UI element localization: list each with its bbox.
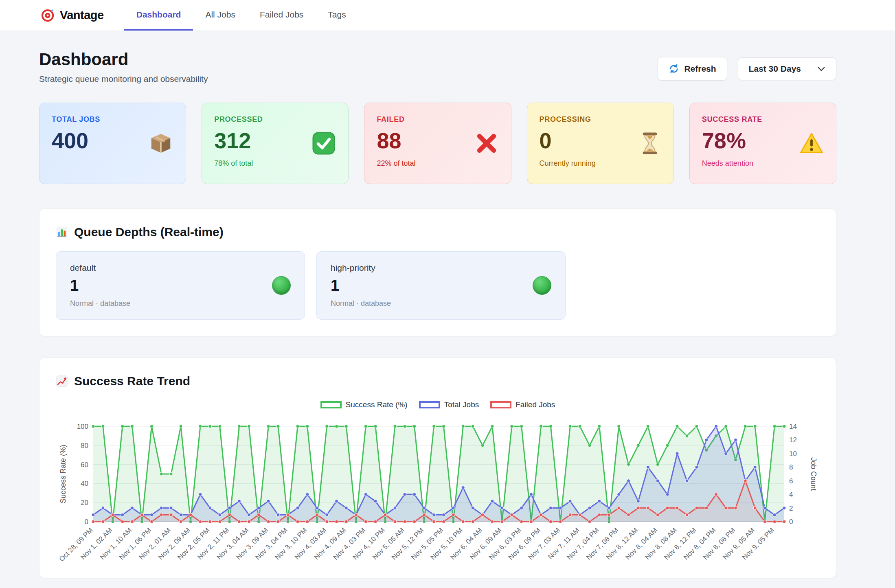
svg-text:10: 10 (789, 450, 797, 458)
date-range-value: Last 30 Days (749, 64, 801, 74)
status-dot-green (533, 276, 551, 295)
tab-label: Failed Jobs (260, 10, 303, 20)
trend-chart-icon (56, 375, 68, 387)
svg-text:14: 14 (789, 423, 797, 430)
queue-list: default 1 Normal · database high-priorit… (56, 251, 820, 320)
main-content: Dashboard Strategic queue monitoring and… (0, 31, 895, 578)
page-header-text: Dashboard Strategic queue monitoring and… (39, 50, 208, 84)
top-nav: Vantage Dashboard All Jobs Failed Jobs T… (0, 0, 895, 31)
stat-card-success-rate: SUCCESS RATE 78% Needs attention (689, 103, 836, 184)
legend-item[interactable]: Success Rate (%) (320, 400, 408, 409)
page-title: Dashboard (39, 50, 208, 69)
page-header: Dashboard Strategic queue monitoring and… (39, 50, 836, 84)
stat-label: TOTAL JOBS (52, 115, 173, 124)
header-controls: Refresh Last 30 Days (658, 57, 836, 81)
legend-item[interactable]: Total Jobs (419, 400, 479, 409)
success-rate-trend-card: Success Rate Trend Success Rate (%)Total… (39, 358, 836, 578)
legend-swatch (320, 401, 342, 408)
check-icon (311, 131, 336, 156)
svg-text:Success Rate (%): Success Rate (%) (59, 445, 67, 503)
brand[interactable]: Vantage (41, 0, 104, 31)
stat-label: PROCESSING (540, 115, 661, 124)
tab-failed-jobs[interactable]: Failed Jobs (248, 0, 316, 31)
queue-item-high-priority[interactable]: high-priority 1 Normal · database (316, 251, 566, 320)
chevron-down-icon (817, 66, 825, 72)
cross-icon (474, 131, 499, 156)
svg-text:2: 2 (789, 505, 793, 512)
tab-label: Dashboard (136, 10, 181, 20)
svg-text:60: 60 (81, 461, 88, 469)
refresh-label: Refresh (684, 64, 716, 74)
stat-label: FAILED (377, 115, 498, 124)
tab-all-jobs[interactable]: All Jobs (193, 0, 248, 31)
stat-card-processed: PROCESSED 312 78% of total (202, 103, 349, 184)
legend-swatch (419, 401, 440, 408)
svg-text:100: 100 (77, 423, 88, 430)
queue-name: default (70, 263, 130, 273)
svg-text:0: 0 (789, 518, 793, 526)
stat-label: PROCESSED (214, 115, 336, 124)
queue-info: default 1 Normal · database (70, 263, 130, 308)
queue-depths-title: Queue Depths (Real-time) (56, 225, 820, 239)
refresh-icon (669, 64, 679, 74)
tab-tags[interactable]: Tags (316, 0, 358, 31)
tab-label: Tags (328, 10, 346, 20)
date-range-select[interactable]: Last 30 Days (738, 57, 836, 80)
legend-label: Failed Jobs (516, 400, 555, 409)
svg-text:20: 20 (81, 499, 88, 507)
queue-depth: 1 (70, 277, 130, 294)
svg-text:6: 6 (789, 477, 793, 485)
chart-legend: Success Rate (%)Total JobsFailed Jobs (56, 400, 820, 409)
svg-text:Oct 28, 09 PM: Oct 28, 09 PM (58, 526, 94, 563)
bar-chart-icon (56, 226, 68, 238)
stat-card-processing: PROCESSING 0 Currently running (527, 103, 674, 184)
stat-cards: TOTAL JOBS 400 PROCESSED 312 78% of tota… (39, 103, 836, 184)
trend-chart[interactable]: 02040608010002468101214Oct 28, 09 PMNov … (56, 410, 820, 578)
stat-sub: Needs attention (702, 159, 824, 168)
svg-text:8: 8 (789, 463, 793, 471)
queue-item-default[interactable]: default 1 Normal · database (56, 251, 305, 320)
chart-title: Success Rate Trend (56, 374, 820, 388)
hourglass-icon (638, 131, 661, 156)
stat-label: SUCCESS RATE (702, 115, 824, 124)
stat-card-failed: FAILED 88 22% of total (364, 103, 511, 184)
legend-label: Success Rate (%) (346, 400, 408, 409)
tab-dashboard[interactable]: Dashboard (124, 0, 193, 31)
brand-name: Vantage (60, 9, 104, 22)
target-logo-icon (41, 9, 55, 22)
stat-card-total-jobs: TOTAL JOBS 400 (39, 103, 186, 184)
svg-text:Job Count: Job Count (809, 457, 818, 491)
page-subtitle: Strategic queue monitoring and observabi… (39, 74, 208, 84)
queue-depths-card: Queue Depths (Real-time) default 1 Norma… (39, 208, 836, 336)
svg-text:12: 12 (789, 436, 797, 444)
section-title-text: Success Rate Trend (74, 374, 190, 388)
package-icon (148, 131, 173, 156)
queue-status: Normal · database (331, 299, 391, 308)
legend-swatch (490, 401, 511, 408)
svg-text:0: 0 (85, 518, 88, 526)
legend-item[interactable]: Failed Jobs (490, 400, 555, 409)
queue-name: high-priority (331, 263, 391, 273)
queue-status: Normal · database (70, 299, 130, 308)
stat-sub: 78% of total (214, 159, 336, 168)
svg-text:80: 80 (81, 442, 88, 450)
section-title-text: Queue Depths (Real-time) (74, 225, 224, 239)
tab-label: All Jobs (205, 10, 235, 20)
stat-sub: 22% of total (377, 159, 498, 168)
queue-depth: 1 (331, 277, 391, 294)
refresh-button[interactable]: Refresh (658, 57, 727, 81)
svg-text:4: 4 (789, 491, 793, 498)
nav-tabs: Dashboard All Jobs Failed Jobs Tags (124, 0, 358, 31)
warning-icon (799, 132, 824, 155)
status-dot-green (272, 276, 291, 295)
queue-info: high-priority 1 Normal · database (331, 263, 391, 308)
stat-sub: Currently running (540, 159, 661, 168)
svg-text:40: 40 (81, 480, 88, 487)
legend-label: Total Jobs (444, 400, 479, 409)
